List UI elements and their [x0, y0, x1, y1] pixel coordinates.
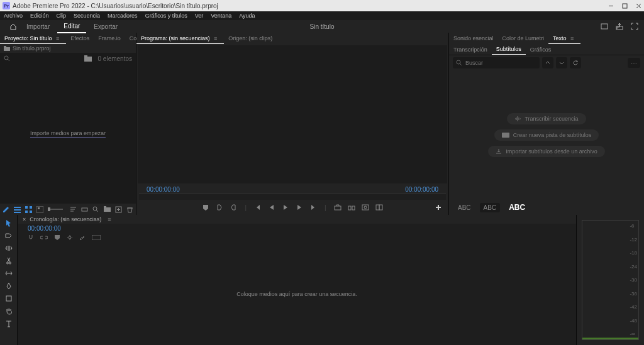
timeline-close-icon[interactable]: ×: [23, 216, 26, 222]
program-panel: Programa: (sin secuencias) ≡ Origen: (si…: [136, 33, 449, 215]
razor-tool-icon[interactable]: [4, 256, 13, 265]
subtab-transcripcion[interactable]: Transcripción: [449, 45, 492, 55]
pen-tool-icon[interactable]: [4, 282, 13, 290]
lift-icon[interactable]: [334, 204, 341, 211]
search-icon[interactable]: [4, 55, 10, 62]
svg-rect-16: [30, 206, 32, 209]
tab-origen[interactable]: Origen: (sin clips): [224, 33, 277, 43]
play-icon[interactable]: [282, 204, 289, 211]
selection-tool-icon[interactable]: [4, 219, 13, 227]
menu-edicion[interactable]: Edición: [30, 13, 49, 19]
tab-programa[interactable]: Programa: (sin secuencias) ≡: [136, 33, 224, 44]
trash-icon[interactable]: [126, 206, 133, 213]
menu-secuencia[interactable]: Secuencia: [74, 13, 100, 19]
sort-icon[interactable]: [70, 206, 77, 213]
maximize-button[interactable]: [621, 3, 628, 9]
refresh-button[interactable]: [570, 57, 581, 68]
slip-tool-icon[interactable]: [4, 269, 13, 278]
hand-tool-icon[interactable]: [4, 307, 13, 315]
ws-tab-exportar[interactable]: Exportar: [87, 21, 124, 33]
transcribe-button[interactable]: Transcribir secuencia: [507, 113, 586, 124]
svg-rect-6: [4, 47, 10, 51]
goto-in-icon[interactable]: [254, 204, 262, 211]
link-icon[interactable]: [40, 235, 48, 240]
menu-ver[interactable]: Ver: [195, 13, 204, 19]
svg-rect-15: [25, 206, 28, 209]
timeline-tab-menu-icon[interactable]: ≡: [105, 216, 113, 222]
rect-tool-icon[interactable]: [4, 294, 13, 303]
timeline-drop-area[interactable]: Coloque medios aquí para crear una secue…: [18, 243, 576, 345]
automate-icon[interactable]: [81, 206, 88, 213]
menu-graficos[interactable]: Gráficos y títulos: [145, 13, 187, 19]
ripple-tool-icon[interactable]: [4, 244, 13, 253]
timeline-tab[interactable]: Cronología: (sin secuencias): [30, 216, 101, 222]
menu-ventana[interactable]: Ventana: [211, 13, 231, 19]
tab-proyecto[interactable]: Proyecto: Sin título ≡: [0, 33, 66, 44]
share-icon[interactable]: [615, 22, 624, 31]
quick-export-icon[interactable]: [600, 22, 609, 31]
abc-small-2[interactable]: ABC: [480, 203, 501, 212]
subtab-graficos[interactable]: Gráficos: [526, 45, 556, 55]
abc-big[interactable]: ABC: [505, 202, 529, 213]
zoom-slider[interactable]: [48, 209, 63, 210]
extract-icon[interactable]: [348, 204, 355, 211]
snap-icon[interactable]: [28, 234, 34, 241]
abc-small-1[interactable]: ABC: [454, 203, 475, 212]
minimize-button[interactable]: [608, 3, 614, 9]
program-scrubber[interactable]: [139, 194, 446, 200]
chevron-up-button[interactable]: [542, 57, 553, 68]
tab-texto[interactable]: Texto ≡: [548, 33, 580, 44]
wrench-icon[interactable]: [79, 234, 86, 241]
settings-icon[interactable]: [67, 234, 73, 241]
step-back-icon[interactable]: [268, 204, 275, 211]
create-track-button[interactable]: Crear nueva pista de subtítulos: [494, 129, 599, 141]
tab-frameio[interactable]: Frame.io: [94, 33, 125, 43]
new-item-icon[interactable]: [115, 206, 122, 213]
list-view-icon[interactable]: [14, 206, 21, 213]
freeform-view-icon[interactable]: [36, 206, 43, 213]
in-point-icon[interactable]: [216, 204, 223, 211]
menu-archivo[interactable]: Archivo: [4, 13, 23, 19]
program-tc-left[interactable]: 00:00:00:00: [147, 186, 180, 193]
subtitle-search-input[interactable]: [453, 57, 540, 68]
menu-marcadores[interactable]: Marcadores: [108, 13, 138, 19]
new-bin-icon[interactable]: [84, 55, 92, 62]
marker-tool-icon[interactable]: [54, 234, 60, 241]
ws-tab-editar[interactable]: Editar: [57, 20, 86, 33]
pen-icon[interactable]: [3, 206, 9, 213]
tab-lumetri[interactable]: Color de Lumetri: [498, 33, 549, 43]
menu-clip[interactable]: Clip: [57, 13, 67, 19]
export-frame-icon[interactable]: [362, 204, 369, 211]
chevron-down-button[interactable]: [556, 57, 567, 68]
fullscreen-icon[interactable]: [630, 22, 639, 31]
tab-menu-icon-3[interactable]: ≡: [568, 35, 576, 41]
tab-menu-icon-2[interactable]: ≡: [211, 35, 219, 41]
project-drop-area[interactable]: Importe medios para empezar: [0, 64, 136, 204]
new-bin-icon-2[interactable]: [104, 206, 111, 213]
subtab-subtitulos[interactable]: Subtítulos: [492, 44, 526, 55]
home-button[interactable]: [8, 22, 19, 31]
tab-menu-icon[interactable]: ≡: [53, 35, 62, 41]
menu-ayuda[interactable]: Ayuda: [239, 13, 255, 19]
project-drop-hint: Importe medios para empezar: [30, 130, 106, 138]
close-button[interactable]: [635, 3, 641, 9]
add-marker-icon[interactable]: [202, 204, 209, 211]
timeline-tc[interactable]: 00:00:00:00: [28, 225, 61, 232]
audio-meter[interactable]: -6 -12 -18 -24 -30 -36 -42 -48 -∞: [582, 220, 639, 340]
program-monitor[interactable]: [138, 45, 447, 183]
track-select-tool-icon[interactable]: [4, 231, 13, 240]
goto-out-icon[interactable]: [309, 204, 317, 211]
compare-icon[interactable]: [375, 204, 383, 211]
more-options-button[interactable]: ⋯: [628, 58, 640, 68]
button-editor-icon[interactable]: [435, 204, 442, 211]
out-point-icon[interactable]: [230, 204, 237, 211]
icon-view-icon[interactable]: [25, 206, 32, 213]
ws-tab-importar[interactable]: Importar: [20, 21, 56, 33]
cc-toggle-icon[interactable]: [92, 235, 101, 240]
type-tool-icon[interactable]: [4, 319, 13, 328]
tab-efectos[interactable]: Efectos: [66, 33, 94, 43]
find-icon[interactable]: [92, 206, 99, 213]
import-subs-button[interactable]: Importar subtítulos desde un archivo: [488, 146, 605, 157]
tab-sonido[interactable]: Sonido esencial: [449, 33, 498, 43]
step-fwd-icon[interactable]: [296, 204, 303, 211]
